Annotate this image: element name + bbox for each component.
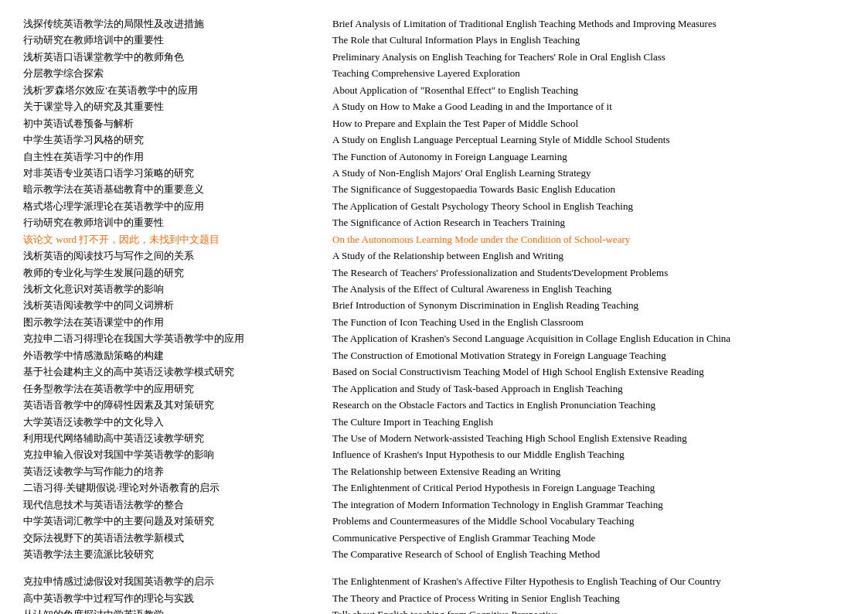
- list-item: 浅析文化意识对英语教学的影响: [23, 281, 309, 297]
- list-item: The Application and Study of Task-based …: [332, 380, 845, 397]
- list-item: The Application of Krashen's Second Lang…: [332, 330, 845, 346]
- list-item: 利用现代网络辅助高中英语泛读教学研究: [23, 430, 309, 446]
- list-item: 英语泛读教学与写作能力的培养: [23, 463, 309, 479]
- list-item: The Comparative Research of School of En…: [332, 546, 845, 562]
- gap-row: [23, 562, 309, 573]
- list-item: 二语习得·关键期假说·理论对外语教育的启示: [23, 479, 309, 496]
- list-item: On the Autonomous Learning Mode under th…: [332, 231, 845, 247]
- list-item: 自主性在英语学习中的作用: [23, 148, 309, 165]
- gap-row: [332, 562, 845, 573]
- list-item: The Theory and Practice of Process Writi…: [332, 590, 845, 606]
- list-item: How to Prepare and Explain the Test Pape…: [332, 115, 845, 131]
- list-item: Talk about English teaching from Cogniti…: [332, 606, 845, 614]
- list-item: Brief Analysis of Limitation of Traditio…: [332, 15, 845, 32]
- list-item: A Study on English Language Perceptual L…: [332, 131, 845, 148]
- list-item: 基于社会建构主义的高中英语泛读教学模式研究: [23, 363, 309, 380]
- list-item: 行动研究在教师培训中的重要性: [23, 214, 309, 230]
- main-content: 浅探传统英语教学法的局限性及改进措施行动研究在教师培训中的重要性浅析英语口语课堂…: [23, 15, 845, 614]
- list-item: Preliminary Analysis on English Teaching…: [332, 49, 845, 65]
- list-item: 高中英语教学中过程写作的理论与实践: [23, 590, 309, 606]
- list-item: 初中英语试卷预备与解析: [23, 115, 309, 131]
- list-item: 浅析'罗森塔尔效应'在英语教学中的应用: [23, 82, 309, 98]
- list-item: 该论文 word 打不开，因此，未找到中文题目: [23, 231, 309, 247]
- list-item: The Function of Autonomy in Foreign Lang…: [332, 148, 845, 165]
- list-item: 浅探传统英语教学法的局限性及改进措施: [23, 15, 309, 32]
- list-item: The integration of Modern Information Te…: [332, 496, 845, 513]
- list-item: 英语教学法主要流派比较研究: [23, 546, 309, 562]
- list-item: 克拉申输入假设对我国中学英语教学的影响: [23, 446, 309, 462]
- list-item: The Research of Teachers' Professionaliz…: [332, 264, 845, 281]
- list-item: 暗示教学法在英语基础教育中的重要意义: [23, 181, 309, 197]
- list-item: Research on the Obstacle Factors and Tac…: [332, 397, 845, 413]
- list-item: 图示教学法在英语课堂中的作用: [23, 314, 309, 330]
- list-item: 外语教学中情感激励策略的构建: [23, 347, 309, 363]
- list-item: 英语语音教学中的障碍性因素及其对策研究: [23, 397, 309, 413]
- list-item: 对非英语专业英语口语学习策略的研究: [23, 165, 309, 181]
- english-column: Brief Analysis of Limitation of Traditio…: [332, 15, 845, 614]
- list-item: 任务型教学法在英语教学中的应用研究: [23, 380, 309, 397]
- list-item: A Study on How to Make a Good Leading in…: [332, 98, 845, 114]
- list-item: 浅析英语口语课堂教学中的教师角色: [23, 49, 309, 65]
- list-item: 浅析英语阅读教学中的同义词辨析: [23, 297, 309, 313]
- chinese-column: 浅探传统英语教学法的局限性及改进措施行动研究在教师培训中的重要性浅析英语口语课堂…: [23, 15, 309, 614]
- list-item: The Culture Import in Teaching English: [332, 414, 845, 430]
- list-item: The Analysis of the Effect of Cultural A…: [332, 281, 845, 297]
- list-item: 中学英语词汇教学中的主要问题及对策研究: [23, 513, 309, 529]
- list-item: 从认知的角度探讨中学英语教学: [23, 606, 309, 614]
- list-item: A Study of the Relationship between Engl…: [332, 247, 845, 264]
- list-item: A Study of Non-English Majors' Oral Engl…: [332, 165, 845, 181]
- list-item: The Application of Gestalt Psychology Th…: [332, 198, 845, 214]
- list-item: 浅析英语的阅读技巧与写作之间的关系: [23, 247, 309, 264]
- list-item: 交际法视野下的英语语法教学新模式: [23, 530, 309, 546]
- list-item: About Application of "Rosenthal Effect" …: [332, 82, 845, 98]
- list-item: Teaching Comprehensive Layered Explorati…: [332, 65, 845, 81]
- list-item: The Use of Modern Network-assisted Teach…: [332, 430, 845, 446]
- list-item: The Enlightenment of Critical Period Hyp…: [332, 479, 845, 496]
- list-item: Based on Social Constructivism Teaching …: [332, 363, 845, 380]
- list-item: The Enlightenment of Krashen's Affective…: [332, 573, 845, 589]
- list-item: The Construction of Emotional Motivation…: [332, 347, 845, 363]
- list-item: 现代信息技术与英语语法教学的整合: [23, 496, 309, 513]
- list-item: 行动研究在教师培训中的重要性: [23, 32, 309, 48]
- list-item: The Role that Cultural Information Plays…: [332, 32, 845, 48]
- list-item: The Relationship between Extensive Readi…: [332, 463, 845, 479]
- list-item: Communicative Perspective of English Gra…: [332, 530, 845, 546]
- list-item: 分层教学综合探索: [23, 65, 309, 81]
- list-item: 教师的专业化与学生发展问题的研究: [23, 264, 309, 281]
- list-item: The Function of Icon Teaching Used in th…: [332, 314, 845, 330]
- list-item: 克拉申二语习得理论在我国大学英语教学中的应用: [23, 330, 309, 346]
- list-item: 格式塔心理学派理论在英语教学中的应用: [23, 198, 309, 214]
- list-item: Influence of Krashen's Input Hypothesis …: [332, 446, 845, 462]
- list-item: 中学生英语学习风格的研究: [23, 131, 309, 148]
- list-item: Problems and Countermeasures of the Midd…: [332, 513, 845, 529]
- list-item: The Significance of Suggestopaedia Towar…: [332, 181, 845, 197]
- list-item: Brief Introduction of Synonym Discrimina…: [332, 297, 845, 313]
- list-item: The Significance of Action Research in T…: [332, 214, 845, 230]
- list-item: 克拉申情感过滤假设对我国英语教学的启示: [23, 573, 309, 589]
- list-item: 大学英语泛读教学中的文化导入: [23, 414, 309, 430]
- list-item: 关于课堂导入的研究及其重要性: [23, 98, 309, 114]
